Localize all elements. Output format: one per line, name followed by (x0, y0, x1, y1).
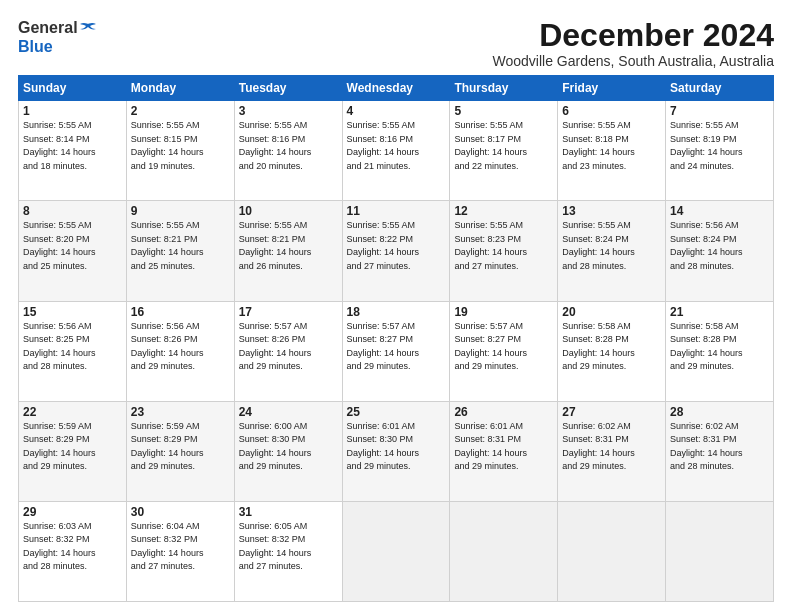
day-number: 3 (239, 104, 338, 118)
calendar-cell: 25Sunrise: 6:01 AM Sunset: 8:30 PM Dayli… (342, 401, 450, 501)
day-info: Sunrise: 6:03 AM Sunset: 8:32 PM Dayligh… (23, 520, 122, 574)
day-number: 11 (347, 204, 446, 218)
day-number: 22 (23, 405, 122, 419)
calendar-row: 29Sunrise: 6:03 AM Sunset: 8:32 PM Dayli… (19, 501, 774, 601)
col-saturday: Saturday (666, 76, 774, 101)
calendar-cell (450, 501, 558, 601)
day-info: Sunrise: 6:05 AM Sunset: 8:32 PM Dayligh… (239, 520, 338, 574)
day-info: Sunrise: 5:59 AM Sunset: 8:29 PM Dayligh… (23, 420, 122, 474)
day-info: Sunrise: 6:01 AM Sunset: 8:31 PM Dayligh… (454, 420, 553, 474)
calendar-cell: 5Sunrise: 5:55 AM Sunset: 8:17 PM Daylig… (450, 101, 558, 201)
day-info: Sunrise: 5:58 AM Sunset: 8:28 PM Dayligh… (670, 320, 769, 374)
calendar-cell: 9Sunrise: 5:55 AM Sunset: 8:21 PM Daylig… (126, 201, 234, 301)
col-monday: Monday (126, 76, 234, 101)
calendar-cell: 3Sunrise: 5:55 AM Sunset: 8:16 PM Daylig… (234, 101, 342, 201)
calendar-cell: 11Sunrise: 5:55 AM Sunset: 8:22 PM Dayli… (342, 201, 450, 301)
day-number: 25 (347, 405, 446, 419)
day-number: 24 (239, 405, 338, 419)
calendar-row: 8Sunrise: 5:55 AM Sunset: 8:20 PM Daylig… (19, 201, 774, 301)
day-info: Sunrise: 5:55 AM Sunset: 8:21 PM Dayligh… (131, 219, 230, 273)
calendar-cell: 7Sunrise: 5:55 AM Sunset: 8:19 PM Daylig… (666, 101, 774, 201)
calendar-cell: 1Sunrise: 5:55 AM Sunset: 8:14 PM Daylig… (19, 101, 127, 201)
bird-icon (79, 22, 97, 36)
col-sunday: Sunday (19, 76, 127, 101)
day-number: 10 (239, 204, 338, 218)
calendar-row: 1Sunrise: 5:55 AM Sunset: 8:14 PM Daylig… (19, 101, 774, 201)
day-number: 14 (670, 204, 769, 218)
day-number: 26 (454, 405, 553, 419)
calendar-cell (666, 501, 774, 601)
logo-general: General (18, 19, 78, 36)
page: General Blue December 2024 Woodville Gar… (0, 0, 792, 612)
day-info: Sunrise: 5:56 AM Sunset: 8:26 PM Dayligh… (131, 320, 230, 374)
day-info: Sunrise: 5:55 AM Sunset: 8:24 PM Dayligh… (562, 219, 661, 273)
day-info: Sunrise: 6:04 AM Sunset: 8:32 PM Dayligh… (131, 520, 230, 574)
calendar-cell: 22Sunrise: 5:59 AM Sunset: 8:29 PM Dayli… (19, 401, 127, 501)
day-number: 21 (670, 305, 769, 319)
day-number: 20 (562, 305, 661, 319)
calendar-cell: 18Sunrise: 5:57 AM Sunset: 8:27 PM Dayli… (342, 301, 450, 401)
day-info: Sunrise: 5:55 AM Sunset: 8:19 PM Dayligh… (670, 119, 769, 173)
day-info: Sunrise: 5:55 AM Sunset: 8:17 PM Dayligh… (454, 119, 553, 173)
day-number: 8 (23, 204, 122, 218)
day-info: Sunrise: 5:59 AM Sunset: 8:29 PM Dayligh… (131, 420, 230, 474)
day-info: Sunrise: 5:55 AM Sunset: 8:16 PM Dayligh… (239, 119, 338, 173)
calendar-cell: 21Sunrise: 5:58 AM Sunset: 8:28 PM Dayli… (666, 301, 774, 401)
day-info: Sunrise: 5:55 AM Sunset: 8:18 PM Dayligh… (562, 119, 661, 173)
col-tuesday: Tuesday (234, 76, 342, 101)
calendar-cell: 23Sunrise: 5:59 AM Sunset: 8:29 PM Dayli… (126, 401, 234, 501)
month-title: December 2024 (493, 18, 774, 53)
day-info: Sunrise: 5:56 AM Sunset: 8:24 PM Dayligh… (670, 219, 769, 273)
day-info: Sunrise: 6:02 AM Sunset: 8:31 PM Dayligh… (670, 420, 769, 474)
day-number: 29 (23, 505, 122, 519)
calendar-cell: 6Sunrise: 5:55 AM Sunset: 8:18 PM Daylig… (558, 101, 666, 201)
logo-text: General Blue (18, 18, 98, 56)
day-info: Sunrise: 6:01 AM Sunset: 8:30 PM Dayligh… (347, 420, 446, 474)
day-info: Sunrise: 5:55 AM Sunset: 8:16 PM Dayligh… (347, 119, 446, 173)
calendar-cell: 2Sunrise: 5:55 AM Sunset: 8:15 PM Daylig… (126, 101, 234, 201)
calendar-cell (342, 501, 450, 601)
calendar-cell: 26Sunrise: 6:01 AM Sunset: 8:31 PM Dayli… (450, 401, 558, 501)
calendar-row: 15Sunrise: 5:56 AM Sunset: 8:25 PM Dayli… (19, 301, 774, 401)
day-number: 18 (347, 305, 446, 319)
day-number: 5 (454, 104, 553, 118)
calendar-cell: 20Sunrise: 5:58 AM Sunset: 8:28 PM Dayli… (558, 301, 666, 401)
day-number: 15 (23, 305, 122, 319)
day-info: Sunrise: 5:57 AM Sunset: 8:26 PM Dayligh… (239, 320, 338, 374)
day-number: 16 (131, 305, 230, 319)
day-number: 17 (239, 305, 338, 319)
day-number: 12 (454, 204, 553, 218)
col-wednesday: Wednesday (342, 76, 450, 101)
calendar-row: 22Sunrise: 5:59 AM Sunset: 8:29 PM Dayli… (19, 401, 774, 501)
day-info: Sunrise: 5:55 AM Sunset: 8:20 PM Dayligh… (23, 219, 122, 273)
day-number: 19 (454, 305, 553, 319)
calendar-cell: 16Sunrise: 5:56 AM Sunset: 8:26 PM Dayli… (126, 301, 234, 401)
logo: General Blue (18, 18, 98, 56)
day-number: 23 (131, 405, 230, 419)
day-number: 31 (239, 505, 338, 519)
day-info: Sunrise: 5:55 AM Sunset: 8:23 PM Dayligh… (454, 219, 553, 273)
day-number: 4 (347, 104, 446, 118)
col-thursday: Thursday (450, 76, 558, 101)
title-block: December 2024 Woodville Gardens, South A… (493, 18, 774, 69)
calendar-cell: 27Sunrise: 6:02 AM Sunset: 8:31 PM Dayli… (558, 401, 666, 501)
day-info: Sunrise: 5:55 AM Sunset: 8:21 PM Dayligh… (239, 219, 338, 273)
calendar-table: Sunday Monday Tuesday Wednesday Thursday… (18, 75, 774, 602)
day-info: Sunrise: 5:56 AM Sunset: 8:25 PM Dayligh… (23, 320, 122, 374)
day-info: Sunrise: 5:58 AM Sunset: 8:28 PM Dayligh… (562, 320, 661, 374)
calendar-cell (558, 501, 666, 601)
day-info: Sunrise: 5:55 AM Sunset: 8:14 PM Dayligh… (23, 119, 122, 173)
day-info: Sunrise: 5:55 AM Sunset: 8:22 PM Dayligh… (347, 219, 446, 273)
calendar-cell: 13Sunrise: 5:55 AM Sunset: 8:24 PM Dayli… (558, 201, 666, 301)
day-number: 28 (670, 405, 769, 419)
location-title: Woodville Gardens, South Australia, Aust… (493, 53, 774, 69)
day-number: 7 (670, 104, 769, 118)
calendar-cell: 8Sunrise: 5:55 AM Sunset: 8:20 PM Daylig… (19, 201, 127, 301)
day-info: Sunrise: 6:02 AM Sunset: 8:31 PM Dayligh… (562, 420, 661, 474)
calendar-cell: 28Sunrise: 6:02 AM Sunset: 8:31 PM Dayli… (666, 401, 774, 501)
day-number: 30 (131, 505, 230, 519)
day-info: Sunrise: 5:57 AM Sunset: 8:27 PM Dayligh… (454, 320, 553, 374)
calendar-cell: 17Sunrise: 5:57 AM Sunset: 8:26 PM Dayli… (234, 301, 342, 401)
calendar-cell: 29Sunrise: 6:03 AM Sunset: 8:32 PM Dayli… (19, 501, 127, 601)
day-number: 13 (562, 204, 661, 218)
